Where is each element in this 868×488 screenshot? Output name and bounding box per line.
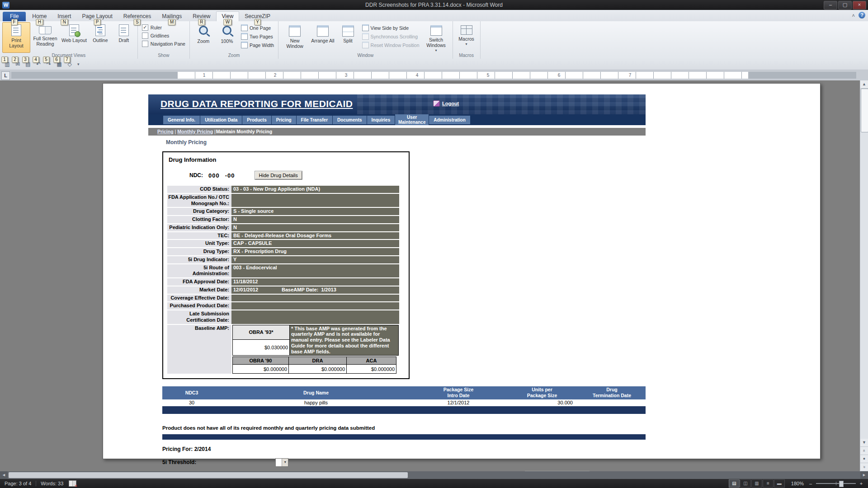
arrange-all-button[interactable]: Arrange All [310, 22, 335, 53]
divider-bar [162, 406, 646, 414]
zoom-option-button[interactable]: Two Pages [240, 32, 275, 41]
aca-header: ACA [347, 357, 396, 365]
qat-button[interactable]: ✉ 2 [13, 60, 22, 68]
field-value: 003 - Endocervical [231, 264, 399, 278]
show-checkbox-item[interactable]: Ruler [141, 23, 187, 32]
checkbox-icon[interactable] [142, 41, 148, 47]
scroll-left-icon[interactable]: ◄ [0, 471, 8, 479]
vertical-scrollbar-thumb[interactable] [861, 89, 868, 132]
view-mode-button[interactable]: ≡ [763, 479, 774, 488]
horizontal-scrollbar[interactable]: ◄ ► [0, 471, 868, 479]
qat-dropdown-icon[interactable]: ▾ [77, 62, 80, 66]
app-nav-tab[interactable]: User Maintenance [395, 114, 429, 125]
app-nav-tab[interactable]: Inquiries [367, 116, 395, 124]
window-option-button[interactable]: Synchronous Scrolling [361, 32, 421, 41]
hide-drug-details-button[interactable]: Hide Drug Details [255, 171, 302, 179]
checkbox-icon[interactable] [142, 24, 148, 31]
switch-windows-button[interactable]: Switch Windows [422, 22, 450, 53]
file-tab[interactable]: File F [3, 12, 26, 21]
field-value [231, 194, 399, 207]
drug-field-row: Market Date: 12/01/2012BaseAMP Date:1/20… [167, 286, 399, 294]
keytip-badge: 2 [12, 56, 18, 63]
horizontal-scrollbar-thumb[interactable] [9, 472, 408, 478]
next-page-icon[interactable]: » [860, 463, 868, 471]
field-value: 03 - 03 - New Drug Application (NDA) [231, 186, 399, 193]
app-nav-tab[interactable]: File Transfer [297, 116, 332, 124]
view-mode-button[interactable]: ▤ [729, 479, 740, 488]
zoom-out-button[interactable]: – [807, 481, 814, 486]
vertical-scrollbar[interactable]: ▲ ▼ » ● » [860, 80, 868, 471]
previous-page-icon[interactable]: » [860, 447, 868, 455]
macros-button[interactable]: Macros [455, 22, 478, 53]
ribbon-tab[interactable]: Mailings M [156, 12, 187, 21]
ribbon-tab[interactable]: Page Layout P [76, 12, 118, 21]
scroll-down-icon[interactable]: ▼ [860, 439, 868, 447]
scroll-right-icon[interactable]: ► [860, 471, 868, 479]
app-nav-tab[interactable]: Documents [333, 116, 366, 124]
ribbon-tab[interactable]: Home H [27, 12, 52, 21]
app-nav-tab[interactable]: Administration [429, 116, 470, 124]
print-layout-button[interactable]: Print Layout [2, 22, 30, 53]
window-option-button[interactable]: View Side by Side [361, 23, 421, 32]
outline-button[interactable]: Outline [89, 22, 112, 53]
group-document-views: Print Layout Full Screen Reading Web Lay… [0, 21, 138, 59]
ruler-number: 6 [524, 72, 594, 79]
zoom-button[interactable]: Zoom [192, 22, 215, 53]
zoom-percentage[interactable]: 180% [791, 481, 804, 486]
view-mode-button[interactable]: ▬ [774, 479, 785, 488]
split-button[interactable]: Split [337, 22, 359, 53]
qat-button[interactable]: ▦ 6 [55, 60, 64, 68]
page-indicator[interactable]: Page: 3 of 4 [5, 481, 31, 486]
zoom-in-button[interactable]: + [858, 481, 864, 486]
threshold-dropdown[interactable] [275, 458, 288, 467]
ndc-value-1: 000 [208, 172, 220, 179]
ribbon-tab[interactable]: View W [216, 11, 240, 21]
select-browse-object-icon[interactable]: ● [860, 455, 868, 463]
show-checkbox-item[interactable]: Navigation Pane [141, 40, 187, 48]
drug-field-row: Clotting Factor: N [167, 216, 399, 223]
scroll-up-icon[interactable]: ▲ [860, 80, 868, 89]
qat-button[interactable]: ▥ 1 [3, 60, 12, 68]
logout[interactable]: Logout [433, 100, 459, 107]
minimize-button[interactable]: – [824, 1, 837, 9]
zoom-slider-thumb[interactable] [839, 481, 844, 487]
minimize-ribbon-icon[interactable]: ˄ [852, 13, 855, 18]
new-window-button[interactable]: New Window [281, 22, 309, 53]
app-nav-tab[interactable]: General Info. [163, 116, 200, 124]
ribbon-tab[interactable]: Review R [187, 12, 216, 21]
checkbox-icon[interactable] [142, 33, 148, 39]
show-checkbox-item[interactable]: Gridlines [141, 32, 187, 40]
word-count[interactable]: Words: 33 [41, 481, 63, 486]
results-header-cell: DrugTermination Date [578, 386, 646, 399]
breadcrumb-link[interactable]: Monthly Pricing [177, 129, 213, 134]
tab-stop-selector[interactable]: L [1, 71, 10, 80]
proofing-status-icon[interactable] [69, 480, 76, 487]
zoom-100-button[interactable]: 100% [216, 22, 238, 53]
keytip-badge: S [134, 19, 141, 25]
keytip-badge: H [36, 19, 43, 25]
logout-link[interactable]: Logout [442, 101, 459, 106]
view-mode-button[interactable]: ▥ [751, 479, 762, 488]
help-icon[interactable]: ? [859, 12, 865, 19]
draft-button[interactable]: Draft [113, 22, 135, 53]
view-mode-button[interactable]: ◫ [740, 479, 751, 488]
web-layout-icon [69, 24, 79, 36]
qat-button[interactable]: ↷ 5 [44, 60, 53, 68]
ribbon-tab[interactable]: References S [118, 12, 156, 21]
qat-button[interactable]: ◇ 7 [65, 60, 74, 68]
close-button[interactable]: × [853, 1, 866, 9]
zoom-option-button[interactable]: Page Width [240, 41, 275, 49]
web-layout-button[interactable]: Web Layout [60, 22, 88, 53]
window-option-button[interactable]: Reset Window Position [361, 41, 421, 49]
zoom-slider[interactable] [816, 483, 856, 484]
restore-button[interactable]: ▢ [838, 1, 852, 9]
ribbon-tab[interactable]: SecureZIP Y [239, 12, 276, 21]
ribbon-tab[interactable]: Insert N [52, 12, 76, 21]
app-nav-tab[interactable]: Pricing [272, 116, 296, 124]
breadcrumb-link[interactable]: Pricing [157, 129, 174, 134]
full-screen-reading-button[interactable]: Full Screen Reading [31, 22, 59, 53]
qat-button[interactable]: ↶ 4 [34, 60, 43, 68]
app-nav-tab[interactable]: Products [242, 116, 271, 124]
qat-button[interactable]: ▤ 3 [24, 60, 33, 68]
app-nav-tab[interactable]: Utilization Data [200, 116, 242, 124]
